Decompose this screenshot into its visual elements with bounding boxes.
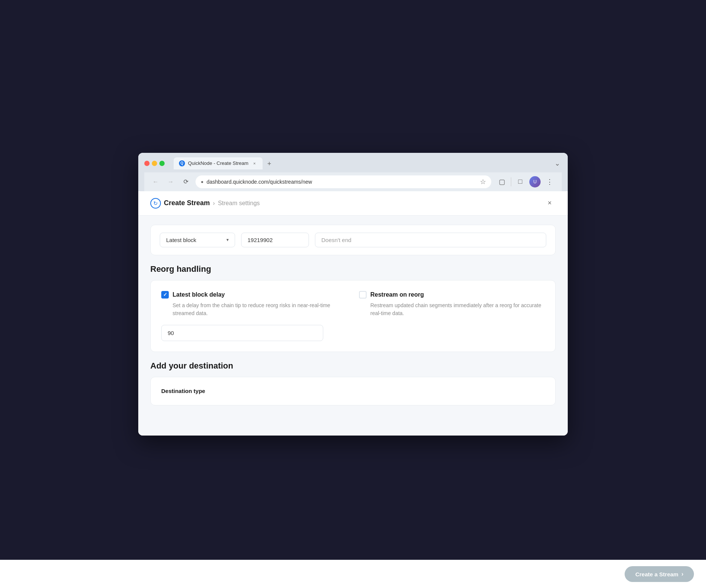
security-icon: ● [201,179,203,184]
restream-on-reorg-description: Restream updated chain segments immediat… [359,302,545,317]
destination-card: Destination type [150,377,556,405]
restream-on-reorg-checkbox[interactable] [359,291,367,299]
tab-bar: Q QuickNode - Create Stream × + [174,157,274,169]
select-arrow-icon: ▾ [226,237,229,242]
breadcrumb-separator: › [213,200,215,207]
divider [511,177,511,186]
latest-block-delay-header: Latest block delay [161,291,347,299]
tab-favicon: Q [179,160,185,166]
latest-block-delay-description: Set a delay from the chain tip to reduce… [161,302,347,317]
sidebar-button[interactable]: □ [514,176,526,188]
stream-range-card: Latest block ▾ 19219902 Doesn't end [150,225,556,255]
destination-type-label: Destination type [161,388,205,394]
delay-value-input[interactable] [161,325,323,341]
app-header: ↻ Create Stream › Stream settings × [138,191,568,216]
menu-button[interactable]: ⋮ [544,176,556,188]
forward-button[interactable]: → [165,177,176,187]
reorg-handling-card: Latest block delay Set a delay from the … [150,280,556,352]
main-scroll-area: Latest block ▾ 19219902 Doesn't end Reor… [138,216,568,436]
reorg-section-title: Reorg handling [150,264,556,274]
url-text: dashboard.quicknode.com/quickstreams/new [206,179,477,185]
logo-symbol: ↻ [153,200,158,206]
latest-block-delay-label: Latest block delay [173,291,225,298]
new-tab-button[interactable]: + [264,158,274,169]
back-button[interactable]: ← [150,177,161,187]
header-close-button[interactable]: × [544,197,556,209]
browser-titlebar: Q QuickNode - Create Stream × + ⌄ ← → ⟳ … [138,153,568,191]
reorg-options-grid: Latest block delay Set a delay from the … [161,291,545,341]
profile-avatar[interactable]: U [529,176,541,187]
browser-window: Q QuickNode - Create Stream × + ⌄ ← → ⟳ … [138,153,568,436]
start-type-label: Latest block [166,237,196,243]
destination-section-title: Add your destination [150,361,556,371]
end-condition-field: Doesn't end [315,233,546,247]
tab-dropdown-button[interactable]: ⌄ [553,158,562,169]
bookmark-icon[interactable]: ☆ [480,178,486,186]
page-content: ↻ Create Stream › Stream settings × Late… [138,191,568,436]
browser-controls: Q QuickNode - Create Stream × + ⌄ [144,157,562,169]
active-tab[interactable]: Q QuickNode - Create Stream × [174,157,263,169]
restream-on-reorg-option: Restream on reorg Restream updated chain… [359,291,545,341]
browser-actions: ▢ □ U ⋮ [496,176,556,188]
latest-block-delay-option: Latest block delay Set a delay from the … [161,291,347,341]
breadcrumb: ↻ Create Stream › Stream settings [150,198,260,209]
app-logo: ↻ [150,198,161,209]
restream-on-reorg-header: Restream on reorg [359,291,545,299]
latest-block-delay-checkbox[interactable] [161,291,169,299]
minimize-traffic-light[interactable] [152,161,157,166]
extensions-button[interactable]: ▢ [496,176,508,188]
tab-close-button[interactable]: × [251,160,257,166]
close-traffic-light[interactable] [144,161,150,166]
block-number-input[interactable]: 19219902 [241,233,309,247]
address-bar[interactable]: ● dashboard.quicknode.com/quickstreams/n… [196,175,491,188]
reload-button[interactable]: ⟳ [180,177,191,187]
breadcrumb-subtitle: Stream settings [218,200,260,207]
tab-title: QuickNode - Create Stream [188,160,248,166]
restream-on-reorg-label: Restream on reorg [370,291,424,298]
page-title: Create Stream [164,199,210,207]
maximize-traffic-light[interactable] [159,161,165,166]
traffic-lights [144,161,165,166]
address-bar-row: ← → ⟳ ● dashboard.quicknode.com/quickstr… [144,172,562,191]
start-type-select[interactable]: Latest block ▾ [160,233,235,247]
